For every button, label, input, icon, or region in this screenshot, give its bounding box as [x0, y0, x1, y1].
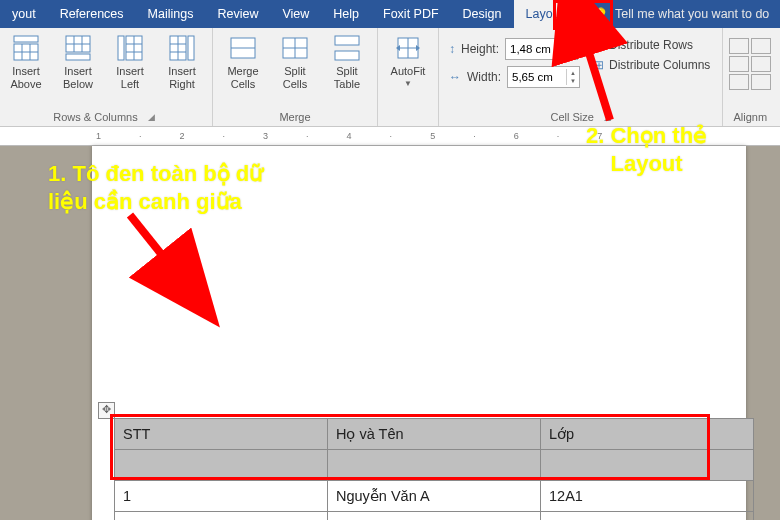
- tab-view[interactable]: View: [270, 0, 321, 28]
- split-cells-button[interactable]: Split Cells: [271, 32, 319, 109]
- annotation-step2: 2. Chọn thẻ Layout: [586, 122, 707, 177]
- table-row[interactable]: 2Lê Thị B12C4: [115, 512, 754, 521]
- svg-line-31: [585, 40, 610, 120]
- tab-review[interactable]: Review: [205, 0, 270, 28]
- align-tc-button[interactable]: [751, 38, 771, 54]
- annotation-highlight-tab: [553, 0, 613, 30]
- svg-rect-14: [118, 36, 124, 60]
- autofit-icon: [394, 34, 422, 62]
- tab-layout-doc[interactable]: yout: [0, 0, 48, 28]
- height-icon: ↕: [449, 42, 455, 56]
- width-label: Width:: [467, 70, 501, 84]
- insert-above-icon: [12, 34, 40, 62]
- svg-rect-26: [335, 51, 359, 60]
- group-rows-columns: Insert Above Insert Below Insert Left In…: [0, 28, 213, 126]
- insert-left-button[interactable]: Insert Left: [106, 32, 154, 109]
- svg-line-30: [130, 215, 170, 265]
- annotation-arrow-1: [120, 210, 200, 290]
- insert-above-button[interactable]: Insert Above: [2, 32, 50, 109]
- insert-right-icon: [168, 34, 196, 62]
- annotation-highlight-selection: [110, 414, 710, 480]
- width-icon: ↔: [449, 70, 461, 84]
- align-ml-button[interactable]: [729, 56, 749, 72]
- insert-right-button[interactable]: Insert Right: [158, 32, 206, 109]
- insert-below-icon: [64, 34, 92, 62]
- annotation-step1: 1. Tô đen toàn bộ dữ liệu cần canh giữa: [48, 160, 263, 215]
- align-mc-button[interactable]: [751, 56, 771, 72]
- group-label-align: Alignm: [729, 109, 771, 126]
- svg-rect-19: [188, 36, 194, 60]
- tab-design[interactable]: Design: [451, 0, 514, 28]
- tab-foxit[interactable]: Foxit PDF: [371, 0, 451, 28]
- tab-mailings[interactable]: Mailings: [136, 0, 206, 28]
- annotation-arrow-2: [570, 30, 630, 130]
- group-label-rows: Rows & Columns: [53, 111, 137, 123]
- merge-cells-button[interactable]: Merge Cells: [219, 32, 267, 109]
- align-bc-button[interactable]: [751, 74, 771, 90]
- split-table-button[interactable]: Split Table: [323, 32, 371, 109]
- autofit-button[interactable]: AutoFit ▼: [384, 32, 432, 109]
- tell-me-label: Tell me what you want to do: [615, 7, 769, 21]
- group-label-merge: Merge: [219, 109, 371, 126]
- height-label: Height:: [461, 42, 499, 56]
- dialog-launcher-icon[interactable]: ◢: [148, 112, 155, 122]
- align-tl-button[interactable]: [729, 38, 749, 54]
- align-bl-button[interactable]: [729, 74, 749, 90]
- tab-references[interactable]: References: [48, 0, 136, 28]
- chevron-down-icon: ▼: [404, 79, 412, 88]
- split-cells-icon: [281, 34, 309, 62]
- table-row[interactable]: 1Nguyễn Văn A12A1: [115, 481, 754, 512]
- insert-left-icon: [116, 34, 144, 62]
- group-autofit: AutoFit ▼: [378, 28, 439, 126]
- group-merge: Merge Cells Split Cells Split Table Merg…: [213, 28, 378, 126]
- tab-help[interactable]: Help: [321, 0, 371, 28]
- merge-cells-icon: [229, 34, 257, 62]
- insert-below-button[interactable]: Insert Below: [54, 32, 102, 109]
- group-alignment: Alignm: [723, 28, 777, 126]
- svg-rect-25: [335, 36, 359, 45]
- svg-rect-9: [66, 54, 90, 60]
- ribbon-tabs: yout References Mailings Review View Hel…: [0, 0, 780, 28]
- height-input[interactable]: ▲▼: [505, 38, 578, 60]
- svg-rect-4: [14, 36, 38, 42]
- split-table-icon: [333, 34, 361, 62]
- ribbon: Insert Above Insert Below Insert Left In…: [0, 28, 780, 127]
